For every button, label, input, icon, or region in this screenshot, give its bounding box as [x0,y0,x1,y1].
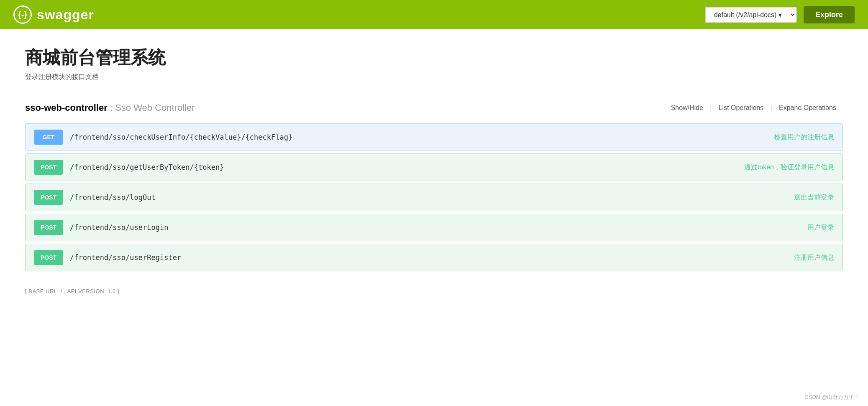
header-right: default (/v2/api-docs) ▾ Explore [705,6,855,23]
endpoint-row[interactable]: POST /frontend/sso/logOut 退出当前登录 [25,184,843,211]
footer-info: [ BASE URL: / , API VERSION: 1.0 ] [25,288,843,294]
watermark: CSDN @山野万万里！ [804,393,860,401]
method-badge: POST [34,190,63,205]
expand-operations-link[interactable]: Expand Operations [772,104,843,112]
endpoints-list: GET /frontend/sso/checkUserInfo/{checkVa… [25,123,843,271]
endpoint-left: POST /frontend/sso/getUserByToken/{token… [34,160,224,175]
endpoint-row[interactable]: POST /frontend/sso/userRegister 注册用户信息 [25,244,843,271]
list-operations-link[interactable]: List Operations [712,104,771,112]
endpoint-description: 退出当前登录 [794,193,834,202]
controller-name: sso-web-controller [25,102,108,113]
endpoint-row[interactable]: POST /frontend/sso/getUserByToken/{token… [25,153,843,181]
controller-description: : Sso Web Controller [110,102,195,113]
logo-icon-text: {-} [18,10,27,20]
controller-section: sso-web-controller : Sso Web Controller … [25,102,843,271]
endpoint-left: POST /frontend/sso/logOut [34,190,156,205]
method-badge: POST [34,220,63,235]
endpoint-path: /frontend/sso/getUserByToken/{token} [70,163,224,171]
endpoint-path: /frontend/sso/logOut [70,193,156,202]
endpoint-description: 检查用户的注册信息 [774,133,834,142]
endpoint-left: POST /frontend/sso/userRegister [34,250,181,265]
endpoint-description: 通过token，验证登录用户信息 [744,163,834,172]
endpoint-left: GET /frontend/sso/checkUserInfo/{checkVa… [34,130,292,145]
endpoint-path: /frontend/sso/checkUserInfo/{checkValue}… [70,133,292,141]
app-subtitle: 登录注册模块的接口文档 [25,73,843,82]
endpoint-description: 注册用户信息 [794,253,834,262]
show-hide-link[interactable]: Show/Hide [664,104,710,112]
header: {-} swagger default (/v2/api-docs) ▾ Exp… [0,0,868,29]
explore-button[interactable]: Explore [804,6,855,23]
endpoint-path: /frontend/sso/userLogin [70,223,168,232]
header-logo: {-} swagger [13,5,94,24]
endpoint-row[interactable]: GET /frontend/sso/checkUserInfo/{checkVa… [25,123,843,151]
app-title: 商城前台管理系统 [25,46,843,69]
method-badge: GET [34,130,63,145]
main-content: 商城前台管理系统 登录注册模块的接口文档 sso-web-controller … [0,29,868,311]
swagger-logo-icon: {-} [13,5,32,24]
method-badge: POST [34,250,63,265]
swagger-logo-text: swagger [37,7,94,23]
controller-header: sso-web-controller : Sso Web Controller … [25,102,843,117]
endpoint-row[interactable]: POST /frontend/sso/userLogin 用户登录 [25,214,843,241]
endpoint-path: /frontend/sso/userRegister [70,253,181,262]
endpoint-left: POST /frontend/sso/userLogin [34,220,168,235]
controller-title: sso-web-controller : Sso Web Controller [25,102,195,113]
controller-actions: Show/Hide | List Operations | Expand Ope… [664,104,843,112]
endpoint-description: 用户登录 [807,223,834,232]
method-badge: POST [34,160,63,175]
api-docs-select[interactable]: default (/v2/api-docs) ▾ [705,7,797,23]
